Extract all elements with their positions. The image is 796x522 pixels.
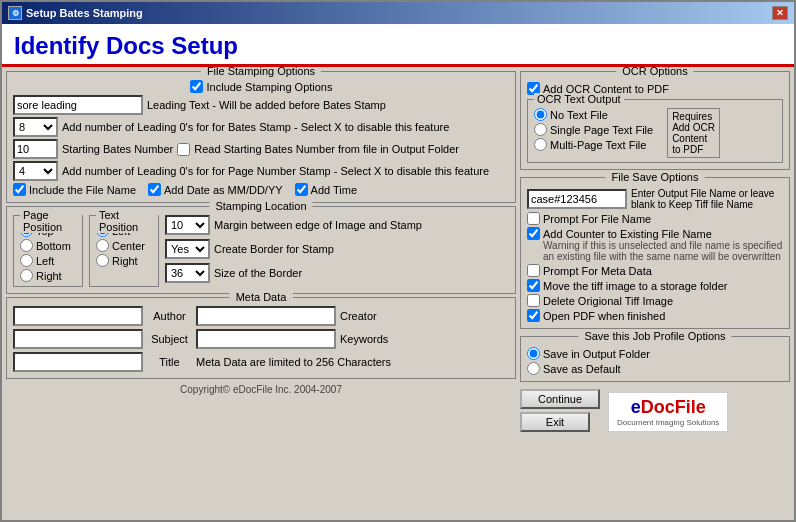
keywords-input[interactable] <box>196 329 336 349</box>
header-area: Identify Docs Setup <box>2 24 794 67</box>
save-default-radio[interactable] <box>527 362 540 375</box>
ocr-radios: No Text File Single Page Text File Multi… <box>534 108 653 158</box>
file-save-options-title: File Save Options <box>606 171 705 183</box>
save-default-item: Save as Default <box>527 362 783 375</box>
meta-limit-note: Meta Data are limited to 256 Characters <box>196 356 391 368</box>
read-starting-label: Read Starting Bates Number from file in … <box>194 143 459 155</box>
text-position-box: Text Position Left Center <box>89 215 159 287</box>
author-row: Author Creator <box>13 306 509 326</box>
logo-text: eDocFile <box>631 397 706 418</box>
border-select[interactable]: YesNo <box>165 239 210 259</box>
delete-tiff-row: Delete Origional Tiff Image <box>527 294 783 307</box>
title-input[interactable] <box>13 352 143 372</box>
job-profile-group: Save this Job Profile Options Save in Ou… <box>520 336 790 382</box>
margin-row: 1051520 Margin between edge of Image and… <box>165 215 509 235</box>
job-profile-radios: Save in Output Folder Save as Default <box>527 347 783 375</box>
file-name-row: Enter Output File Name or leave blank to… <box>527 188 783 210</box>
multi-page-text-radio[interactable] <box>534 138 547 151</box>
copyright: Copyright© eDocFile Inc. 2004-2007 <box>6 384 516 395</box>
add-date-label: Add Date as MM/DD/YY <box>164 184 283 196</box>
file-stamping-group: File Stamping Options Include Stamping O… <box>6 71 516 203</box>
add-date-checkbox[interactable] <box>148 183 161 196</box>
leading-zeros-bates-label: Add number of Leading 0's for for Bates … <box>62 121 449 133</box>
include-stamping-checkbox[interactable] <box>190 80 203 93</box>
ocr-text-output-box: OCR Text Output No Text File Single Page… <box>527 99 783 163</box>
three-checkboxes-row: Include the File Name Add Date as MM/DD/… <box>13 183 509 196</box>
close-button[interactable]: ✕ <box>772 6 788 20</box>
meta-data-title: Meta Data <box>230 291 293 303</box>
leading-text-input[interactable] <box>13 95 143 115</box>
text-center-label: Center <box>112 240 145 252</box>
add-time-label: Add Time <box>311 184 357 196</box>
leading-zeros-bates-select[interactable]: 8X01234567 <box>13 117 58 137</box>
page-bottom-label: Bottom <box>36 240 71 252</box>
page-title: Identify Docs Setup <box>14 32 782 60</box>
open-pdf-checkbox[interactable] <box>527 309 540 322</box>
starting-bates-row: Starting Bates Number Read Starting Bate… <box>13 139 509 159</box>
page-right-radio[interactable] <box>20 269 33 282</box>
delete-tiff-checkbox[interactable] <box>527 294 540 307</box>
app-icon: ⚙ <box>8 6 22 20</box>
margin-settings: 1051520 Margin between edge of Image and… <box>165 215 509 287</box>
prompt-meta-row: Prompt For Meta Data <box>527 264 783 277</box>
save-output-folder-radio[interactable] <box>527 347 540 360</box>
no-text-file-item: No Text File <box>534 108 653 121</box>
delete-tiff-label: Delete Origional Tiff Image <box>543 295 673 307</box>
add-counter-checkbox[interactable] <box>527 227 540 240</box>
margin-select[interactable]: 1051520 <box>165 215 210 235</box>
text-right-item: Right <box>96 254 152 267</box>
creator-input[interactable] <box>196 306 336 326</box>
page-left-item: Left <box>20 254 76 267</box>
move-tiff-label: Move the tiff image to a storage folder <box>543 280 727 292</box>
add-time-checkbox[interactable] <box>295 183 308 196</box>
save-output-folder-label: Save in Output Folder <box>543 348 650 360</box>
add-date-row: Add Date as MM/DD/YY <box>148 183 283 196</box>
page-leading-zeros-label: Add number of Leading 0's for for Page N… <box>62 165 489 177</box>
page-left-label: Left <box>36 255 54 267</box>
text-center-item: Center <box>96 239 152 252</box>
single-page-text-item: Single Page Text File <box>534 123 653 136</box>
include-filename-checkbox[interactable] <box>13 183 26 196</box>
page-position-box: Page Position Top Bottom <box>13 215 83 287</box>
file-name-label: Enter Output File Name or leave blank to… <box>631 188 783 210</box>
job-profile-title: Save this Job Profile Options <box>578 330 731 342</box>
include-stamping-label: Include Stamping Options <box>207 81 333 93</box>
page-leading-zeros-row: 4X01235 Add number of Leading 0's for fo… <box>13 161 509 181</box>
exit-button[interactable]: Exit <box>520 412 590 432</box>
file-name-input[interactable] <box>527 189 627 209</box>
prompt-filename-checkbox[interactable] <box>527 212 540 225</box>
no-text-file-radio[interactable] <box>534 108 547 121</box>
starting-bates-label: Starting Bates Number <box>62 143 173 155</box>
read-starting-checkbox[interactable] <box>177 143 190 156</box>
continue-button[interactable]: Continue <box>520 389 600 409</box>
title-bar: ⚙ Setup Bates Stamping ✕ <box>2 2 794 24</box>
save-output-folder-item: Save in Output Folder <box>527 347 783 360</box>
meta-data-area: Author Creator Subject Keywords Title Me… <box>13 306 509 372</box>
save-default-label: Save as Default <box>543 363 621 375</box>
border-size-label: Size of the Border <box>214 267 302 279</box>
page-position-title: Page Position <box>20 209 82 233</box>
page-left-radio[interactable] <box>20 254 33 267</box>
open-pdf-label: Open PDF when finished <box>543 310 665 322</box>
subject-input[interactable] <box>13 329 143 349</box>
page-right-label: Right <box>36 270 62 282</box>
text-right-radio[interactable] <box>96 254 109 267</box>
edocfile-logo: eDocFile Document Imaging Solutions <box>608 392 728 432</box>
text-center-radio[interactable] <box>96 239 109 252</box>
page-bottom-radio[interactable] <box>20 239 33 252</box>
ocr-radio-area: No Text File Single Page Text File Multi… <box>534 108 776 158</box>
prompt-meta-checkbox[interactable] <box>527 264 540 277</box>
creator-label: Creator <box>340 310 377 322</box>
single-page-text-radio[interactable] <box>534 123 547 136</box>
logo-name: DocFile <box>641 397 706 417</box>
logo-subtitle: Document Imaging Solutions <box>617 418 719 427</box>
stamping-location-title: Stamping Location <box>209 200 312 212</box>
move-tiff-checkbox[interactable] <box>527 279 540 292</box>
author-input[interactable] <box>13 306 143 326</box>
starting-bates-input[interactable] <box>13 139 58 159</box>
border-row: YesNo Create Border for Stamp <box>165 239 509 259</box>
border-size-select[interactable]: 362448 <box>165 263 210 283</box>
multi-page-text-item: Multi-Page Text File <box>534 138 653 151</box>
leading-text-label: Leading Text - Will be added before Bate… <box>147 99 386 111</box>
page-leading-zeros-select[interactable]: 4X01235 <box>13 161 58 181</box>
